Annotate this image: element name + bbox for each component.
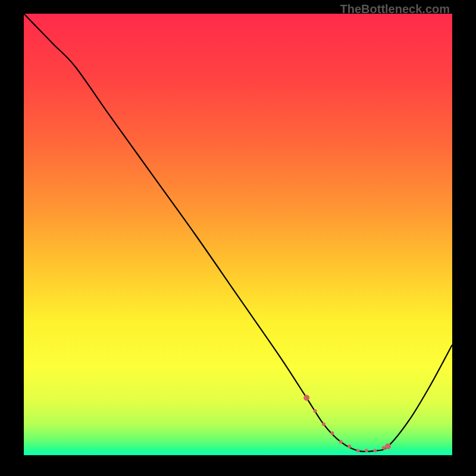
curve-marker-dot bbox=[347, 444, 351, 448]
curve-marker-dot bbox=[385, 443, 391, 449]
curve-marker-dot bbox=[303, 395, 309, 401]
curve-marker-dot bbox=[356, 449, 360, 453]
curve-marker-dot bbox=[314, 409, 317, 413]
gradient-background bbox=[24, 14, 452, 455]
curve-marker-dot bbox=[322, 422, 325, 426]
plot-area bbox=[24, 14, 452, 455]
curve-marker-dot bbox=[365, 449, 368, 453]
curve-marker-dot bbox=[382, 446, 386, 450]
curve-marker-dot bbox=[373, 449, 377, 453]
chart-container: TheBottleneck.com bbox=[0, 0, 476, 476]
curve-marker-dot bbox=[330, 431, 334, 435]
chart-svg bbox=[24, 14, 452, 455]
curve-marker-dot bbox=[339, 440, 343, 444]
watermark-text: TheBottleneck.com bbox=[340, 2, 450, 16]
